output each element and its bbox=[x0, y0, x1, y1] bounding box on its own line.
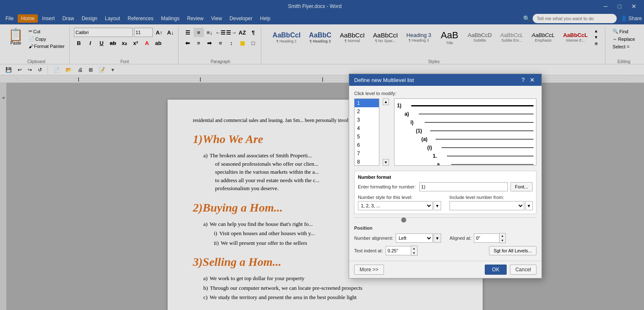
number-style-dropdown[interactable]: ▼ bbox=[434, 201, 441, 210]
dialog-close-button[interactable]: ✕ bbox=[528, 77, 536, 83]
text-indent-up[interactable]: ▲ bbox=[411, 246, 417, 251]
level-6[interactable]: 6 bbox=[355, 141, 379, 149]
number-format-label: Number format bbox=[358, 175, 533, 180]
text-indent-input[interactable] bbox=[386, 246, 411, 255]
dialog-body: Click level to modify: 1 2 3 4 5 6 7 8 9 bbox=[349, 86, 541, 261]
number-alignment-dropdown[interactable]: ▼ bbox=[434, 233, 441, 243]
multilevel-preview: 1) a) i) (1) bbox=[394, 98, 536, 166]
aligned-at-up[interactable]: ▲ bbox=[499, 233, 505, 238]
number-alignment-select[interactable]: Left bbox=[396, 233, 433, 243]
level-2[interactable]: 2 bbox=[355, 107, 379, 116]
aligned-at-label: Aligned at: bbox=[449, 236, 471, 241]
include-level-label: Include level number from: bbox=[449, 195, 533, 200]
more-button[interactable]: More >> bbox=[354, 265, 384, 275]
dialog-overlay: Define new Multilevel list ? ✕ Click lev… bbox=[0, 0, 644, 310]
level-3[interactable]: 3 bbox=[355, 116, 379, 124]
dialog-help-button[interactable]: ? bbox=[520, 77, 526, 83]
aligned-at-input[interactable] bbox=[474, 233, 499, 243]
level-4[interactable]: 4 bbox=[355, 124, 379, 132]
text-indent-down[interactable]: ▼ bbox=[411, 251, 417, 255]
number-align-label: Number alignment: bbox=[354, 236, 393, 241]
aligned-at-down[interactable]: ▼ bbox=[499, 238, 505, 243]
number-format-section: Number format Enter formatting for numbe… bbox=[354, 171, 536, 214]
number-format-input[interactable] bbox=[419, 182, 508, 191]
position-label: Position bbox=[354, 225, 536, 231]
level-8[interactable]: 8 bbox=[355, 158, 379, 166]
levels-preview-row: 1 2 3 4 5 6 7 8 9 ▲ ▼ bbox=[354, 98, 536, 166]
level-scroll-up[interactable]: ▲ bbox=[383, 98, 389, 105]
cancel-button[interactable]: Cancel bbox=[510, 265, 536, 275]
level-scroll-down[interactable]: ▼ bbox=[383, 159, 389, 166]
define-multilevel-dialog: Define new Multilevel list ? ✕ Click lev… bbox=[349, 74, 542, 278]
number-style-label: Number style for this level: bbox=[358, 195, 441, 200]
dialog-title: Define new Multilevel list bbox=[354, 77, 414, 83]
level-1[interactable]: 1 bbox=[355, 99, 379, 107]
dialog-title-bar: Define new Multilevel list ? ✕ bbox=[349, 74, 541, 86]
levels-list[interactable]: 1 2 3 4 5 6 7 8 9 bbox=[354, 98, 379, 166]
ok-button[interactable]: OK bbox=[485, 265, 506, 275]
set-for-all-levels-button[interactable]: Sgt for All Levels... bbox=[489, 246, 536, 255]
click-level-label: Click level to modify: bbox=[354, 91, 536, 96]
font-button[interactable]: Font... bbox=[510, 182, 533, 191]
enter-formatting-row: Enter formatting for number: Font... bbox=[358, 182, 533, 191]
include-level-select[interactable] bbox=[449, 201, 524, 210]
enter-formatting-label: Enter formatting for number: bbox=[358, 184, 416, 189]
include-level-dropdown[interactable]: ▼ bbox=[525, 201, 533, 210]
text-indent-label: Text indent at: bbox=[354, 248, 383, 253]
dialog-footer: More >> OK Cancel bbox=[349, 261, 541, 278]
position-section: Position Number alignment: Left ▼ Aligne… bbox=[354, 217, 536, 256]
number-style-select[interactable]: 1, 2, 3, ... bbox=[358, 201, 433, 210]
level-5[interactable]: 5 bbox=[355, 132, 379, 141]
level-7[interactable]: 7 bbox=[355, 149, 379, 158]
